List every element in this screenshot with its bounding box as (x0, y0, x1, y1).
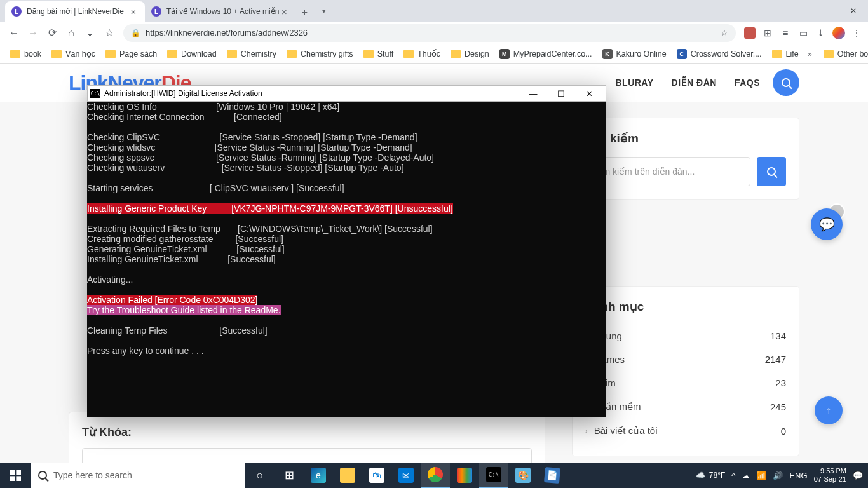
menu-icon[interactable]: ⋮ (850, 27, 863, 39)
bookmark-icon[interactable]: ☆ (721, 28, 728, 37)
cmd-line: Checking wuauserv [Service Status -Stopp… (87, 163, 606, 173)
nav-link[interactable]: FAQS (735, 78, 760, 88)
bookmark-item[interactable]: Design (447, 48, 493, 60)
minimize-button[interactable]: — (780, 0, 810, 22)
site-nav: BLURAY DIỄN ĐÀN FAQS (615, 78, 760, 88)
cmd-output[interactable]: Checking OS Info [Windows 10 Pro | 19042… (87, 102, 606, 356)
onedrive-icon[interactable]: ☁ (742, 471, 750, 480)
category-row[interactable]: ›Bài viết của tôi0 (585, 419, 786, 443)
maximize-button[interactable]: ☐ (810, 0, 839, 22)
bookmark-item[interactable]: Chemistry (223, 48, 280, 60)
reload-button[interactable]: ⟳ (43, 24, 61, 42)
downloads-icon[interactable]: ⭳ (81, 24, 99, 42)
bookmark-item[interactable]: CCrossword Solver,... (673, 47, 766, 61)
search-button[interactable] (773, 69, 799, 96)
tags-card: Từ Khóa: (69, 412, 545, 463)
bookmark-item[interactable]: Văn học (48, 47, 99, 60)
favicon: L (11, 6, 22, 17)
cortana-icon[interactable]: ○ (245, 463, 275, 488)
cmd-titlebar[interactable]: C:\ Administrator: [HWID] Digital Licens… (87, 85, 606, 102)
taskbar-search[interactable]: Type here to search (31, 463, 245, 488)
bookmark-star-icon[interactable]: ☆ (100, 24, 118, 42)
app-icon[interactable]: 📄 (538, 463, 567, 488)
language-indicator[interactable]: ENG (789, 471, 807, 480)
taskview-icon[interactable]: ⊞ (275, 463, 304, 488)
ext-icon[interactable]: ≡ (779, 27, 792, 39)
bookmark-item[interactable]: book (6, 48, 45, 60)
folder-icon (227, 50, 237, 58)
scroll-top-button[interactable]: ↑ (815, 396, 843, 424)
address-bar[interactable]: 🔒 https://linkneverdie.net/forums/addnew… (123, 24, 736, 42)
ext-icon[interactable]: ⭳ (815, 27, 827, 39)
category-row[interactable]: ›Phần mềm245 (585, 395, 786, 419)
bookmark-item[interactable]: Thuốc (400, 47, 444, 60)
bookmark-item[interactable]: KKakuro Online (599, 47, 670, 61)
home-button[interactable]: ⌂ (62, 24, 80, 42)
ext-icon[interactable] (743, 27, 756, 39)
category-row[interactable]: ›Chung134 (585, 324, 786, 348)
cmd-line: Activating... (87, 274, 606, 285)
bookmark-item[interactable]: MMyPrepaidCenter.co... (496, 47, 596, 61)
explorer-icon[interactable] (333, 463, 362, 488)
start-button[interactable] (0, 463, 31, 488)
bookmark-label: Page sách (119, 50, 157, 58)
search-submit-button[interactable] (757, 157, 786, 186)
ext-icon[interactable]: ⊞ (761, 27, 774, 39)
bookmark-label: Kakuro Online (616, 50, 667, 58)
profile-avatar[interactable] (832, 27, 845, 39)
site-favicon: K (602, 49, 613, 59)
bookmarks-bar: bookVăn họcPage sáchDownloadChemistryChe… (0, 44, 868, 64)
close-button[interactable]: ✕ (575, 85, 603, 102)
category-row[interactable]: ›Games2147 (585, 348, 786, 371)
folder-icon (363, 50, 374, 58)
chrome-toolbar: ← → ⟳ ⌂ ⭳ ☆ 🔒 https://linkneverdie.net/f… (0, 22, 868, 44)
new-tab-button[interactable]: + (295, 4, 313, 22)
wifi-icon[interactable]: 📶 (756, 471, 766, 480)
tags-title: Từ Khóa: (82, 425, 532, 439)
favicon: L (151, 6, 161, 17)
ext-icon[interactable]: ▭ (797, 27, 810, 39)
minimize-button[interactable]: — (519, 85, 547, 102)
weather-widget[interactable]: ☁️ 78°F (696, 471, 725, 480)
bookmark-item[interactable]: Page sách (102, 48, 161, 60)
notifications-icon[interactable]: 💬 (853, 471, 863, 480)
search-input[interactable]: Tìm kiếm trên diễn đàn... (585, 157, 750, 186)
app-icon[interactable] (450, 463, 479, 488)
maximize-button[interactable]: ☐ (547, 85, 575, 102)
cmd-window[interactable]: C:\ Administrator: [HWID] Digital Licens… (87, 85, 606, 417)
volume-icon[interactable]: 🔊 (773, 471, 783, 480)
close-icon[interactable]: × (128, 6, 139, 17)
category-count: 0 (781, 426, 786, 437)
edge-icon[interactable]: e (304, 463, 333, 488)
back-button[interactable]: ← (5, 24, 23, 42)
bookmark-item[interactable]: Stuff (360, 48, 397, 60)
bookmark-label: Crossword Solver,... (691, 50, 762, 58)
bookmark-item[interactable]: Download (163, 48, 220, 60)
tab-inactive[interactable]: L Tải về Windows 10 + Active miễn × (145, 1, 295, 22)
other-bookmarks[interactable]: Other bookmarks (820, 48, 868, 60)
chrome-icon[interactable] (421, 463, 450, 488)
tab-active[interactable]: L Đăng bài mới | LinkNeverDie × (5, 1, 145, 22)
nav-link[interactable]: BLURAY (615, 78, 653, 88)
bookmark-item[interactable]: Life (768, 48, 803, 60)
chat-button[interactable]: 💬 (811, 208, 843, 240)
close-icon[interactable]: × (279, 6, 289, 17)
store-icon[interactable]: 🛍 (362, 463, 391, 488)
tab-dropdown-icon[interactable]: ▾ (313, 0, 335, 22)
cmd-line (87, 336, 606, 346)
app-icon[interactable]: 🎨 (508, 463, 538, 488)
nav-link[interactable]: DIỄN ĐÀN (672, 78, 717, 88)
cmd-taskbar-icon[interactable]: C:\ (479, 463, 508, 488)
tray-chevron-icon[interactable]: ^ (731, 471, 735, 480)
mail-icon[interactable]: ✉ (391, 463, 421, 488)
clock[interactable]: 9:55 PM07-Sep-21 (814, 467, 846, 484)
close-button[interactable]: ✕ (839, 0, 868, 22)
forward-button[interactable]: → (24, 24, 42, 42)
category-row[interactable]: ›Phim23 (585, 371, 786, 395)
bookmarks-overflow[interactable]: » (805, 50, 815, 58)
bookmark-label: Chemistry gifts (301, 50, 353, 58)
cmd-line: Installing Generic Product Key [VK7JG-NP… (87, 203, 606, 214)
bookmark-item[interactable]: Chemistry gifts (283, 48, 357, 60)
tags-input[interactable] (82, 448, 532, 463)
cmd-line (87, 122, 606, 132)
